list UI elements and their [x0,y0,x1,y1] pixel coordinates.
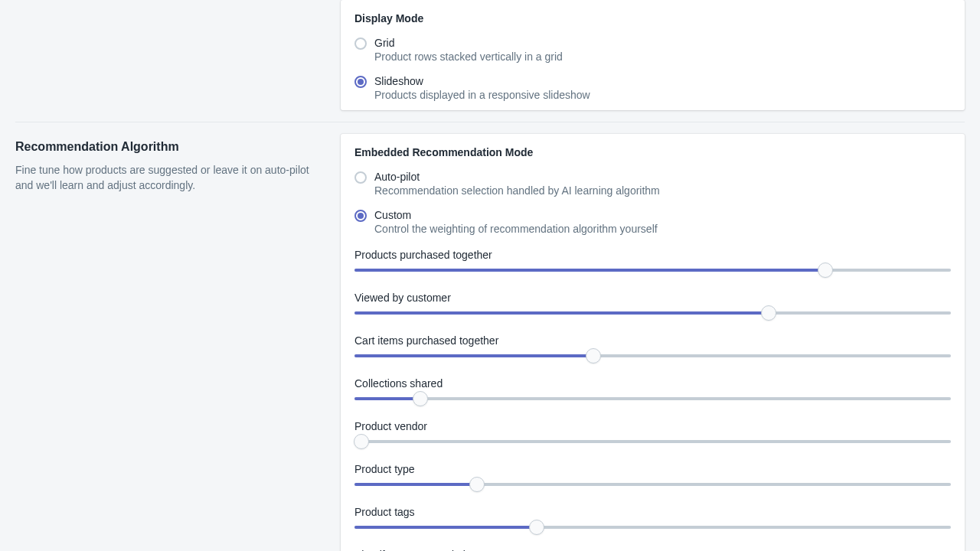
section-display-mode: Display Mode Grid Product rows stacked v… [15,0,965,122]
radio-desc: Recommendation selection handled by AI l… [374,184,951,197]
slider-item: Cart items purchased together [354,334,951,357]
slider-thumb[interactable] [469,477,485,492]
slider-label: Products purchased together [354,249,951,261]
radio-desc: Products displayed in a responsive slide… [374,89,951,101]
section-recommendation-algorithm: Recommendation Algorithm Fine tune how p… [15,122,965,551]
radio-desc: Control the weighting of recommendation … [374,223,951,235]
slider-fill [354,526,537,529]
slider-thumb[interactable] [354,434,369,449]
section-left: Recommendation Algorithm Fine tune how p… [15,134,341,551]
slider-item: Product tags [354,506,951,529]
slider-item: Viewed by customer [354,292,951,315]
slider[interactable] [354,440,951,443]
slider-item: Product type [354,463,951,486]
recommendation-mode-heading: Embedded Recommendation Mode [354,146,951,158]
radio-desc: Product rows stacked vertically in a gri… [374,51,951,63]
slider-label: Product vendor [354,420,951,432]
slider-label: Collections shared [354,377,951,390]
slider[interactable] [354,354,951,357]
radio-circle-icon [354,37,367,50]
radio-mode-custom[interactable]: Custom Control the weighting of recommen… [354,209,951,235]
section-description: Fine tune how products are suggested or … [15,163,318,193]
radio-mode-autopilot[interactable]: Auto-pilot Recommendation selection hand… [354,171,951,197]
radio-label: Slideshow [374,75,951,87]
slider[interactable] [354,311,951,315]
radio-label: Grid [374,37,951,49]
slider[interactable] [354,483,951,486]
radio-label: Auto-pilot [374,171,951,183]
slider-fill [354,483,477,486]
slider-item: Collections shared [354,377,951,400]
radio-circle-icon [354,171,367,184]
slider[interactable] [354,397,951,400]
radio-label: Custom [374,209,951,221]
radio-display-slideshow[interactable]: Slideshow Products displayed in a respon… [354,75,951,101]
slider[interactable] [354,526,951,529]
slider-label: Viewed by customer [354,292,951,304]
radio-circle-icon [354,210,367,222]
slider-label: Product type [354,463,951,475]
radio-display-grid[interactable]: Grid Product rows stacked vertically in … [354,37,951,63]
slider-fill [354,269,825,272]
slider-thumb[interactable] [818,262,833,278]
slider-item: Product vendor [354,420,951,443]
card-display-mode: Display Mode Grid Product rows stacked v… [341,0,965,110]
slider-thumb[interactable] [586,348,601,364]
radio-circle-icon [354,76,367,88]
slider-fill [354,311,769,315]
slider-fill [354,354,593,357]
card-recommendation-mode: Embedded Recommendation Mode Auto-pilot … [341,134,965,551]
section-title: Recommendation Algorithm [15,140,318,154]
slider-fill [354,397,420,400]
slider[interactable] [354,269,951,272]
slider-label: Cart items purchased together [354,334,951,347]
settings-page: Display Mode Grid Product rows stacked v… [0,0,980,551]
slider-item: Products purchased together [354,249,951,272]
slider-thumb[interactable] [413,391,428,406]
slider-label: Product tags [354,506,951,518]
display-mode-heading: Display Mode [354,12,951,24]
section-left-spacer [15,0,341,110]
slider-thumb[interactable] [529,520,544,535]
slider-thumb[interactable] [761,305,776,321]
slider-group: Products purchased togetherViewed by cus… [354,249,951,551]
